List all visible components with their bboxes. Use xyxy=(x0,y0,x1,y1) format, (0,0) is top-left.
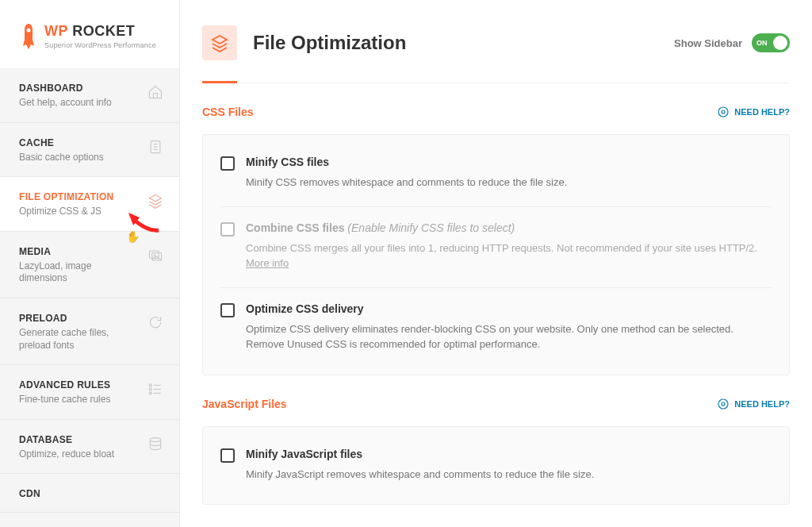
page-header: File Optimization Show Sidebar ON xyxy=(202,25,790,83)
svg-rect-12 xyxy=(150,392,152,394)
page-title: File Optimization xyxy=(253,32,406,54)
main-content: File Optimization Show Sidebar ON CSS Fi… xyxy=(180,0,812,527)
option-minify-css: Minify CSS files Minify CSS removes whit… xyxy=(220,141,772,206)
stack-icon xyxy=(147,193,163,209)
sidebar: WP ROCKET Superior WordPress Performance… xyxy=(0,0,180,527)
need-help-link[interactable]: NEED HELP? xyxy=(717,398,790,410)
sidebar-item-database[interactable]: DATABASEOptimize, reduce bloat xyxy=(0,420,179,475)
svg-point-14 xyxy=(150,437,160,441)
option-desc: Minify JavaScript removes whitespace and… xyxy=(246,467,772,483)
sidebar-item-advanced-rules[interactable]: ADVANCED RULESFine-tune cache rules xyxy=(0,365,179,420)
section-title: CSS Files xyxy=(202,106,254,118)
svg-point-18 xyxy=(722,402,725,406)
help-icon xyxy=(717,106,730,118)
svg-rect-10 xyxy=(150,388,152,390)
need-help-link[interactable]: NEED HELP? xyxy=(717,106,790,118)
svg-point-15 xyxy=(718,107,728,117)
svg-rect-8 xyxy=(150,384,152,387)
sidebar-item-cdn[interactable]: CDN xyxy=(0,474,179,513)
checkbox xyxy=(220,222,235,237)
show-sidebar-toggle[interactable]: Show Sidebar ON xyxy=(674,33,790,52)
checkbox[interactable] xyxy=(220,156,235,171)
option-desc: Minify CSS removes whitespace and commen… xyxy=(246,175,772,190)
list-icon xyxy=(147,381,163,397)
svg-point-7 xyxy=(154,255,155,256)
svg-point-0 xyxy=(27,29,31,33)
sidebar-item-dashboard[interactable]: DASHBOARDGet help, account info xyxy=(0,68,179,123)
option-desc: Optimize CSS delivery eliminates render-… xyxy=(246,321,772,352)
file-icon xyxy=(147,139,163,155)
option-title: Minify JavaScript files xyxy=(246,448,772,460)
section-title: JavaScript Files xyxy=(202,398,287,410)
svg-point-16 xyxy=(722,110,725,113)
sidebar-item-media[interactable]: MEDIALazyLoad, image dimensions xyxy=(0,232,179,298)
help-icon xyxy=(717,398,730,410)
sidebar-item-preload[interactable]: PRELOADGenerate cache files, preload fon… xyxy=(0,298,179,365)
option-title: Minify CSS files xyxy=(246,156,772,168)
image-icon xyxy=(147,248,163,264)
option-title: Combine CSS files (Enable Minify CSS fil… xyxy=(246,221,772,234)
option-title: Optimize CSS delivery xyxy=(246,302,772,315)
option-desc: Combine CSS merges all your files into 1… xyxy=(246,240,772,271)
sidebar-item-file-optimization[interactable]: FILE OPTIMIZATIONOptimize CSS & JS xyxy=(0,177,179,232)
section-css-files: CSS Files NEED HELP? Minify CSS files Mi… xyxy=(202,106,790,375)
stack-icon xyxy=(202,25,237,60)
checkbox[interactable] xyxy=(220,448,235,463)
option-minify-js: Minify JavaScript files Minify JavaScrip… xyxy=(220,433,772,498)
refresh-icon xyxy=(147,314,163,330)
logo: WP ROCKET Superior WordPress Performance xyxy=(0,0,179,68)
database-icon xyxy=(147,436,163,452)
rocket-icon xyxy=(19,22,38,51)
option-optimize-css-delivery: Optimize CSS delivery Optimize CSS deliv… xyxy=(220,287,772,368)
svg-point-17 xyxy=(718,399,728,409)
sidebar-item-cache[interactable]: CACHEBasic cache options xyxy=(0,123,179,178)
more-info-link[interactable]: More info xyxy=(246,257,289,269)
section-javascript-files: JavaScript Files NEED HELP? Minify JavaS… xyxy=(202,398,790,506)
option-combine-css: Combine CSS files (Enable Minify CSS fil… xyxy=(220,206,772,287)
checkbox[interactable] xyxy=(220,303,235,317)
toggle-switch[interactable]: ON xyxy=(752,33,790,52)
home-icon xyxy=(147,84,163,100)
